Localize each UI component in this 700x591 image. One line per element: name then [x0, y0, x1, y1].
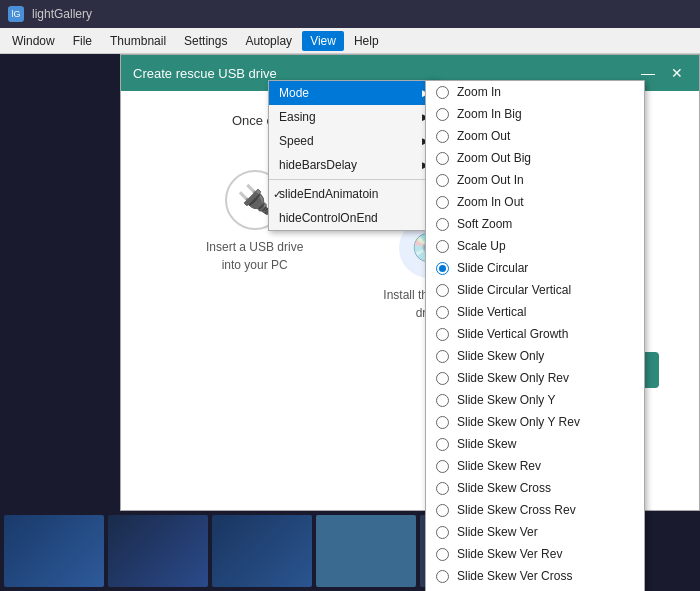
- rescue-title-text: Create rescue USB drive: [133, 66, 277, 81]
- mode-slide-skew-only-rev[interactable]: Slide Skew Only Rev: [426, 367, 644, 389]
- mode-slide-skew-cross-rev[interactable]: Slide Skew Cross Rev: [426, 499, 644, 521]
- mode-slide-skew-rev[interactable]: Slide Skew Rev: [426, 455, 644, 477]
- mode-zoom-in[interactable]: Zoom In: [426, 81, 644, 103]
- app-icon-text: lG: [12, 9, 21, 19]
- radio-zoom-in: [436, 86, 449, 99]
- app-icon: lG: [8, 6, 24, 22]
- menu-item-thumbnail[interactable]: Thumbnail: [102, 31, 174, 51]
- slide-circular-vertical-label: Slide Circular Vertical: [457, 283, 571, 297]
- thumbnail-1[interactable]: [4, 515, 104, 587]
- slide-vertical-growth-label: Slide Vertical Growth: [457, 327, 568, 341]
- radio-slide-skew-ver: [436, 526, 449, 539]
- radio-slide-skew-ver-rev: [436, 548, 449, 561]
- mode-slide-vertical-growth[interactable]: Slide Vertical Growth: [426, 323, 644, 345]
- zoom-in-out-label: Zoom In Out: [457, 195, 524, 209]
- zoom-out-big-label: Zoom Out Big: [457, 151, 531, 165]
- slide-end-animation-menu-item[interactable]: slideEndAnimatoin: [269, 182, 437, 206]
- mode-zoom-out-in[interactable]: Zoom Out In: [426, 169, 644, 191]
- mode-slide-skew-ver-rev[interactable]: Slide Skew Ver Rev: [426, 543, 644, 565]
- zoom-in-label: Zoom In: [457, 85, 501, 99]
- thumb-inner-4: [316, 515, 416, 587]
- thumb-inner-1: [4, 515, 104, 587]
- mode-menu-item[interactable]: Mode: [269, 81, 437, 105]
- close-button[interactable]: ✕: [667, 63, 687, 83]
- hide-bars-delay-label: hideBarsDelay: [279, 158, 357, 172]
- thumb-inner-3: [212, 515, 312, 587]
- menu-item-help[interactable]: Help: [346, 31, 387, 51]
- slide-skew-ver-label: Slide Skew Ver: [457, 525, 538, 539]
- scale-up-label: Scale Up: [457, 239, 506, 253]
- menu-item-file[interactable]: File: [65, 31, 100, 51]
- thumbnail-2[interactable]: [108, 515, 208, 587]
- slide-skew-cross-rev-label: Slide Skew Cross Rev: [457, 503, 576, 517]
- radio-scale-up: [436, 240, 449, 253]
- radio-zoom-out-in: [436, 174, 449, 187]
- slide-skew-label: Slide Skew: [457, 437, 516, 451]
- usb-label: Insert a USB driveinto your PC: [206, 238, 303, 274]
- thumb-inner-2: [108, 515, 208, 587]
- hide-bars-delay-menu-item[interactable]: hideBarsDelay: [269, 153, 437, 177]
- main-content: Create rescue USB drive — ✕ Once created…: [0, 54, 700, 591]
- zoom-out-label: Zoom Out: [457, 129, 510, 143]
- mode-slide-skew-only-y[interactable]: Slide Skew Only Y: [426, 389, 644, 411]
- radio-slide-vertical-growth: [436, 328, 449, 341]
- thumbnail-4[interactable]: [316, 515, 416, 587]
- zoom-in-big-label: Zoom In Big: [457, 107, 522, 121]
- radio-zoom-in-big: [436, 108, 449, 121]
- easing-label: Easing: [279, 110, 316, 124]
- menu-bar: Window File Thumbnail Settings Autoplay …: [0, 28, 700, 54]
- slide-skew-rev-label: Slide Skew Rev: [457, 459, 541, 473]
- mode-slide-skew-only[interactable]: Slide Skew Only: [426, 345, 644, 367]
- mode-scale-up[interactable]: Scale Up: [426, 235, 644, 257]
- mode-zoom-out-big[interactable]: Zoom Out Big: [426, 147, 644, 169]
- mode-slide-circular[interactable]: Slide Circular: [426, 257, 644, 279]
- soft-zoom-label: Soft Zoom: [457, 217, 512, 231]
- mode-soft-zoom[interactable]: Soft Zoom: [426, 213, 644, 235]
- slide-skew-ver-cross-label: Slide Skew Ver Cross: [457, 569, 572, 583]
- mode-submenu: Zoom In Zoom In Big Zoom Out Zoom Out Bi…: [425, 80, 645, 591]
- mode-slide-skew[interactable]: Slide Skew: [426, 433, 644, 455]
- speed-menu-item[interactable]: Speed: [269, 129, 437, 153]
- dropdown-separator-1: [269, 179, 437, 180]
- radio-slide-skew: [436, 438, 449, 451]
- radio-slide-vertical: [436, 306, 449, 319]
- easing-menu-item[interactable]: Easing: [269, 105, 437, 129]
- menu-item-settings[interactable]: Settings: [176, 31, 235, 51]
- mode-slide-skew-only-y-rev[interactable]: Slide Skew Only Y Rev: [426, 411, 644, 433]
- mode-slide-skew-ver-cross[interactable]: Slide Skew Ver Cross: [426, 565, 644, 587]
- slide-skew-only-rev-label: Slide Skew Only Rev: [457, 371, 569, 385]
- mode-zoom-in-big[interactable]: Zoom In Big: [426, 103, 644, 125]
- menu-item-view[interactable]: View: [302, 31, 344, 51]
- radio-zoom-in-out: [436, 196, 449, 209]
- menu-item-autoplay[interactable]: Autoplay: [237, 31, 300, 51]
- radio-slide-skew-only: [436, 350, 449, 363]
- radio-slide-skew-ver-cross: [436, 570, 449, 583]
- mode-slide-skew-ver-cross-rev[interactable]: Slide Skew Ver Cross Rev: [426, 587, 644, 591]
- view-dropdown: Mode Easing Speed hideBarsDelay slideEnd…: [268, 80, 438, 231]
- thumbnail-3[interactable]: [212, 515, 312, 587]
- hide-control-on-end-label: hideControlOnEnd: [279, 211, 378, 225]
- speed-label: Speed: [279, 134, 314, 148]
- mode-slide-skew-cross[interactable]: Slide Skew Cross: [426, 477, 644, 499]
- mode-zoom-in-out[interactable]: Zoom In Out: [426, 191, 644, 213]
- radio-slide-skew-rev: [436, 460, 449, 473]
- radio-zoom-out-big: [436, 152, 449, 165]
- slide-vertical-label: Slide Vertical: [457, 305, 526, 319]
- radio-zoom-out: [436, 130, 449, 143]
- radio-slide-circular: [436, 262, 449, 275]
- slide-skew-only-y-label: Slide Skew Only Y: [457, 393, 556, 407]
- hide-control-on-end-menu-item[interactable]: hideControlOnEnd: [269, 206, 437, 230]
- mode-slide-skew-ver[interactable]: Slide Skew Ver: [426, 521, 644, 543]
- zoom-out-in-label: Zoom Out In: [457, 173, 524, 187]
- slide-skew-cross-label: Slide Skew Cross: [457, 481, 551, 495]
- radio-slide-skew-only-rev: [436, 372, 449, 385]
- slide-circular-label: Slide Circular: [457, 261, 528, 275]
- radio-slide-circular-vertical: [436, 284, 449, 297]
- mode-slide-vertical[interactable]: Slide Vertical: [426, 301, 644, 323]
- slide-skew-ver-rev-label: Slide Skew Ver Rev: [457, 547, 562, 561]
- radio-slide-skew-only-y: [436, 394, 449, 407]
- mode-slide-circular-vertical[interactable]: Slide Circular Vertical: [426, 279, 644, 301]
- menu-item-window[interactable]: Window: [4, 31, 63, 51]
- slide-end-animation-label: slideEndAnimatoin: [279, 187, 378, 201]
- mode-zoom-out[interactable]: Zoom Out: [426, 125, 644, 147]
